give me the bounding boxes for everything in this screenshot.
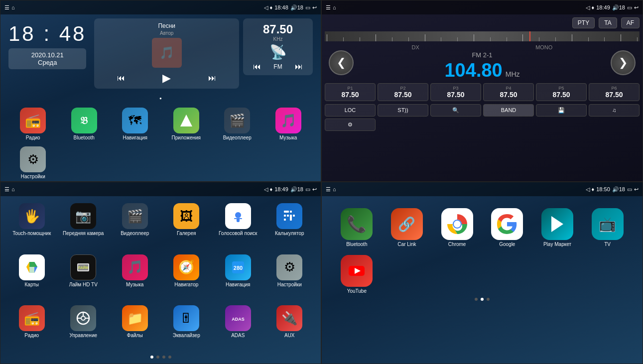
app-settings[interactable]: ⚙ Настройки (264, 252, 315, 303)
radio-next-button[interactable]: ⏭ (295, 62, 303, 71)
back-icon[interactable]: ↩ (312, 4, 317, 11)
band-button[interactable]: BAND (483, 104, 534, 117)
fm-prev-button[interactable]: ❮ (329, 50, 354, 75)
fm-mhz-label: MHz (506, 70, 520, 78)
app-settings-home[interactable]: ⚙ Настройки (8, 144, 58, 181)
bluetooth-icon-launcher: 📞 (341, 208, 373, 240)
dot-q4-1[interactable] (475, 298, 478, 301)
app-touch-assistant[interactable]: 🖐 Touch-помощник (6, 201, 57, 251)
audio-button[interactable]: ♫ (589, 104, 640, 117)
app-radio-drawer[interactable]: 📻 Радио (6, 303, 57, 354)
preset-p5[interactable]: P5 87.50 (536, 83, 587, 101)
status-bar-q4: ☰ ⌂ ◁ ♦ 18:50 🔊18 ▭ ↩ (322, 182, 643, 196)
gallery-icon: 🖼 (173, 203, 199, 229)
limetv-icon: ЛАЙМ (70, 254, 96, 280)
dot-q4-3[interactable] (487, 298, 490, 301)
launcher-grid: 📞 Bluetooth 🔗 Car Link (334, 206, 631, 296)
prev-track-button[interactable]: ⏮ (117, 74, 125, 83)
app-radio[interactable]: 📻 Радио (8, 106, 58, 142)
app-navigation[interactable]: 280 Навигация (213, 252, 263, 303)
app-tv[interactable]: 📺 TV (584, 206, 631, 249)
back-icon-q2[interactable]: ↩ (634, 4, 639, 11)
app-car-link[interactable]: 🔗 Car Link (384, 206, 430, 249)
app-navigation-home[interactable]: 🗺 Навигация (111, 106, 160, 142)
dot-4[interactable] (168, 356, 171, 359)
radio-settings-button[interactable]: ⚙ (325, 119, 376, 131)
app-steering-control[interactable]: Управление (58, 303, 109, 354)
menu-icon-q2[interactable]: ☰ (326, 4, 331, 11)
app-lime-tv[interactable]: ЛАЙМ Лайм HD TV (58, 252, 109, 303)
preset-p2[interactable]: P2 87.50 (378, 83, 428, 101)
preset-p1[interactable]: P1 87.50 (325, 83, 376, 101)
dot-1[interactable] (150, 356, 153, 359)
fm-next-button[interactable]: ❯ (611, 50, 636, 75)
svg-point-17 (81, 316, 85, 320)
battery-icon-q3: ▭ (305, 186, 310, 193)
app-videoplayer[interactable]: 🎬 Видеоплеер (110, 201, 160, 251)
preset-p6[interactable]: P6 87.50 (589, 83, 640, 101)
search-radio-button[interactable]: 🔍 (430, 104, 481, 117)
app-gallery[interactable]: 🖼 Галерея (161, 201, 212, 251)
app-music[interactable]: 🎵 Музыка (110, 252, 160, 303)
svg-rect-5 (284, 215, 286, 217)
app-bluetooth-home[interactable]: 𝔅 Bluetooth (60, 106, 109, 142)
svg-marker-25 (551, 216, 563, 232)
dot-2[interactable] (156, 356, 159, 359)
save-button[interactable]: 💾 (536, 104, 587, 117)
app-videoplayer-home[interactable]: 🎬 Видеоплеер (213, 106, 262, 142)
svg-rect-3 (234, 218, 242, 219)
volume-icon-q4: 🔊18 (612, 186, 625, 193)
app-bluetooth-launcher[interactable]: 📞 Bluetooth (334, 206, 380, 249)
back-icon-q4[interactable]: ↩ (634, 186, 639, 193)
time-q2: 18:49 (596, 4, 610, 10)
radio-controls: ⏮ FM ⏭ (247, 62, 309, 71)
ta-button[interactable]: TA (599, 17, 617, 28)
app-drawer-grid: 🖐 Touch-помощник 📷 Передняя камера 🎬 Вид… (6, 201, 315, 354)
app-voice-search[interactable]: Голосовой поиск (213, 201, 263, 251)
radio-label: FM (273, 63, 282, 70)
app-applications[interactable]: Приложения (162, 106, 211, 142)
svg-rect-10 (293, 215, 295, 217)
app-youtube[interactable]: YouTube (334, 253, 380, 296)
menu-icon-q3[interactable]: ☰ (4, 186, 9, 193)
menu-icon[interactable]: ☰ (4, 4, 9, 11)
menu-icon-q4[interactable]: ☰ (326, 186, 331, 193)
preset-p4[interactable]: P4 87.50 (483, 83, 534, 101)
home-app-grid: 📻 Радио 𝔅 Bluetooth 🗺 Навигация Приложен… (8, 106, 313, 181)
pty-button[interactable]: PTY (572, 17, 595, 28)
carlink-icon: 🔗 (391, 208, 423, 240)
app-calculator[interactable]: Калькулятор (264, 201, 315, 251)
play-button[interactable]: ▶ (162, 72, 171, 85)
bluetooth-icon-home: 𝔅 (71, 108, 97, 133)
home-icon-q2[interactable]: ⌂ (333, 4, 336, 10)
af-button[interactable]: AF (621, 17, 640, 28)
app-adas[interactable]: ADAS ADAS (213, 303, 263, 354)
preset-p3[interactable]: P3 87.50 (430, 83, 481, 101)
loc-button[interactable]: LOC (325, 104, 376, 117)
app-aux[interactable]: 🔌 AUX (264, 303, 315, 354)
next-track-button[interactable]: ⏭ (208, 74, 216, 83)
dot-3[interactable] (162, 356, 165, 359)
app-play-market[interactable]: Play Маркет (534, 206, 581, 249)
dot-q4-2[interactable] (481, 298, 484, 301)
radio-prev-button[interactable]: ⏮ (253, 62, 261, 71)
app-music-home[interactable]: 🎵 Музыка (264, 106, 313, 142)
app-navigator[interactable]: 🧭 Навигатор (161, 252, 212, 303)
app-google[interactable]: Google (484, 206, 530, 249)
fm-mode-labels: DX MONO (354, 44, 611, 50)
app-files[interactable]: 📁 Файлы (110, 303, 160, 354)
signal-icon-q4: ◁ (586, 186, 590, 193)
back-icon-q3[interactable]: ↩ (312, 186, 317, 193)
home-icon[interactable]: ⌂ (11, 4, 15, 10)
app-equalizer[interactable]: 🎚 Эквалайзер (161, 303, 212, 354)
app-chrome-launcher[interactable]: Chrome (434, 206, 480, 249)
st-button[interactable]: ST)) (378, 104, 428, 117)
tv-icon: 📺 (592, 208, 624, 240)
settings-icon-home: ⚙ (20, 146, 46, 172)
app-maps[interactable]: Карты (6, 252, 57, 303)
home-icon-q4[interactable]: ⌂ (333, 186, 336, 192)
home-icon-q3[interactable]: ⌂ (11, 186, 15, 192)
app-front-camera[interactable]: 📷 Передняя камера (58, 201, 109, 251)
settings-icon-drawer: ⚙ (276, 254, 302, 280)
video-icon-home: 🎬 (224, 108, 250, 133)
